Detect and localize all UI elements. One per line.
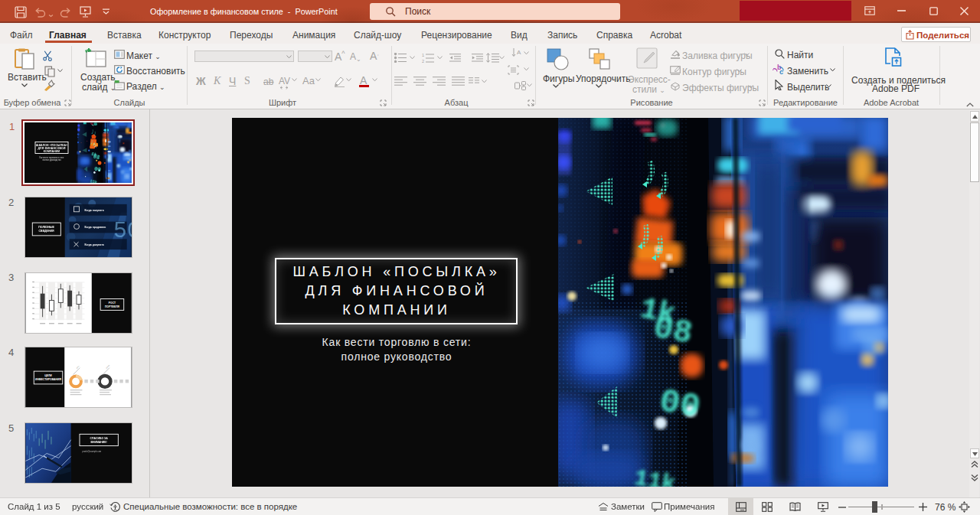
svg-text:ВНИМАНИЕ!: ВНИМАНИЕ! — [91, 441, 107, 444]
svg-text:Когда докупать: Когда докупать — [84, 243, 104, 246]
svg-text:1: 1 — [422, 53, 424, 57]
svg-text:КОМПАНИИ: КОМПАНИИ — [43, 149, 60, 152]
svg-text:50: 50 — [113, 218, 132, 244]
svg-text:Когда покупать: Когда покупать — [84, 209, 103, 212]
svg-text:proekt@example.com: proekt@example.com — [82, 451, 101, 454]
svg-text:A: A — [517, 49, 521, 56]
svg-text:Когда продавать: Когда продавать — [84, 226, 106, 229]
svg-text:полное руководство: полное руководство — [42, 159, 61, 161]
svg-text:СПАСИБО ЗА: СПАСИБО ЗА — [90, 437, 109, 440]
svg-text:ПОЛЕЗНЫЕ: ПОЛЕЗНЫЕ — [38, 226, 54, 229]
svg-text:РОСТ: РОСТ — [108, 301, 115, 304]
svg-text:2: 2 — [422, 59, 424, 63]
svg-text:ИНВЕСТИРОВАНИЯ: ИНВЕСТИРОВАНИЯ — [35, 378, 61, 381]
svg-text:ЦЕЛИ: ЦЕЛИ — [44, 374, 52, 377]
svg-text:ПОРТФЕЛЯ: ПОРТФЕЛЯ — [104, 305, 119, 308]
svg-text:СВЕДЕНИЯ: СВЕДЕНИЯ — [38, 230, 54, 233]
svg-text:Как вести торговлю в сети:: Как вести торговлю в сети: — [39, 155, 64, 158]
